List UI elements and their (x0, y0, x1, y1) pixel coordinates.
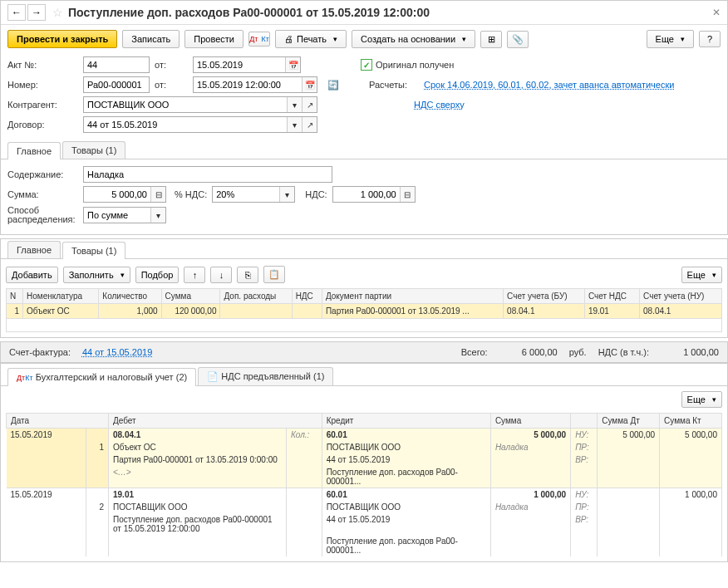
col-qty[interactable]: Количество (99, 289, 161, 304)
move-up-icon-button[interactable]: ↑ (184, 267, 205, 283)
tab-main-2[interactable]: Главное (7, 241, 61, 258)
calc-icon[interactable]: ⊟ (400, 187, 415, 202)
col-sum[interactable]: Сумма (490, 414, 570, 429)
open-icon[interactable]: ↗ (302, 97, 317, 112)
counterparty-label: Контрагент: (7, 100, 78, 110)
copy-icon-button[interactable]: ⎘ (237, 267, 258, 283)
col-debit[interactable]: Дебет (108, 414, 322, 429)
back-button[interactable]: ← (7, 4, 26, 21)
col-sum-kt[interactable]: Сумма Кт (660, 414, 722, 429)
col-credit[interactable]: Кредит (322, 414, 490, 429)
checkmark-icon: ✓ (361, 59, 372, 71)
acc-more-button[interactable]: Еще (681, 391, 722, 408)
document-header-section: ← → ☆ Поступление доп. расходов Ра00-000… (0, 0, 728, 235)
accounting-tabs: ДтКт Бухгалтерский и налоговый учет (2) … (1, 364, 727, 386)
create-based-button[interactable]: Создать на основании (352, 30, 475, 48)
settlements-label: Расчеты: (369, 80, 419, 90)
total-label: Всего: (461, 347, 488, 357)
calc-icon[interactable]: ⊟ (150, 187, 165, 202)
goods-table: N Номенклатура Количество Сумма Доп. рас… (6, 288, 722, 332)
counterparty-input[interactable]: ▾↗ (83, 96, 317, 113)
total-vat-label: НДС (в т.ч.): (598, 347, 649, 357)
acc-row[interactable]: 15.05.2019 19.01 60.01 1 000,00 НУ: 1 00… (7, 488, 722, 502)
goods-row[interactable]: 1 Объект ОС 1,000 120 000,00 Партия Ра00… (7, 304, 722, 319)
vat-pct-label: % НДС: (175, 189, 207, 199)
move-down-icon-button[interactable]: ↓ (210, 267, 232, 283)
akt-no-input[interactable] (83, 56, 150, 73)
col-acc-bu[interactable]: Счет учета (БУ) (504, 289, 585, 304)
dtkt-icon-button[interactable]: ДтКт (248, 32, 270, 47)
col-date[interactable]: Дата (7, 414, 109, 429)
post-and-close-button[interactable]: Провести и закрыть (7, 30, 117, 48)
col-sum[interactable]: Сумма (161, 289, 220, 304)
dropdown-icon[interactable]: ▾ (287, 97, 302, 112)
calendar-icon[interactable]: 📅 (285, 57, 300, 72)
more-button[interactable]: Еще (647, 30, 694, 48)
vat-label: НДС: (305, 189, 327, 199)
tab-vat-presented[interactable]: 📄 НДС предъявленный (1) (198, 367, 333, 385)
tab-goods-2[interactable]: Товары (1) (62, 242, 125, 259)
col-doc[interactable]: Документ партии (322, 289, 503, 304)
select-button[interactable]: Подбор (135, 267, 180, 283)
content-input[interactable] (83, 166, 332, 183)
acc-row[interactable]: Поступление доп. расходов Ра00-000001 от… (7, 513, 722, 535)
acc-row[interactable]: Поступление доп. расходов Ра00-000001... (7, 535, 722, 556)
invoice-link[interactable]: 44 от 15.05.2019 (82, 347, 152, 357)
post-button[interactable]: Провести (184, 30, 243, 48)
dropdown-icon[interactable]: ▾ (279, 187, 294, 202)
number-input[interactable] (83, 76, 150, 93)
close-icon[interactable]: ✕ (712, 7, 721, 18)
open-icon[interactable]: ↗ (302, 117, 317, 132)
tab-accounting[interactable]: ДтКт Бухгалтерский и налоговый учет (2) (7, 368, 196, 386)
dropdown-icon[interactable]: ▾ (150, 208, 165, 223)
sum-input[interactable]: ⊟ (83, 186, 166, 203)
tab-goods[interactable]: Товары (1) (62, 141, 125, 159)
favorite-star-icon[interactable]: ☆ (52, 6, 63, 19)
akt-from-label: от: (155, 60, 188, 70)
vat-mode-link[interactable]: НДС сверху (414, 100, 465, 110)
acc-row[interactable]: <…> Поступление доп. расходов Ра00-00000… (7, 466, 722, 488)
acc-row[interactable]: Партия Ра00-000001 от 13.05.2019 0:00:00… (7, 453, 722, 466)
invoice-label: Счет-фактура: (9, 347, 71, 357)
col-n[interactable]: N (7, 289, 23, 304)
original-received-check[interactable]: ✓ Оригинал получен (361, 59, 454, 71)
paste-icon-button[interactable]: 📋 (263, 266, 285, 283)
upper-tabs: Главное Товары (1) (1, 140, 727, 159)
akt-date-input[interactable]: 📅 (193, 56, 301, 73)
struct-icon-button[interactable]: ⊞ (480, 31, 502, 48)
lower-tabs: Главное Товары (1) (1, 239, 727, 259)
tab-main[interactable]: Главное (7, 142, 61, 159)
number-from-label: от: (155, 80, 188, 90)
main-tab-content: Содержание: Сумма: ⊟ % НДС: ▾ НДС: ⊟ Спо… (1, 159, 727, 234)
fill-button[interactable]: Заполнить (63, 267, 130, 283)
sum-label: Сумма: (7, 189, 78, 199)
number-date-input[interactable]: 📅 (193, 76, 317, 93)
col-addexp[interactable]: Доп. расходы (220, 289, 292, 304)
contract-input[interactable]: ▾↗ (83, 116, 317, 133)
add-button[interactable]: Добавить (6, 267, 58, 283)
acc-row[interactable]: 15.05.2019 08.04.1Кол.: 60.01 5 000,00 Н… (7, 429, 722, 442)
col-acc-vat[interactable]: Счет НДС (584, 289, 639, 304)
col-sum-dt[interactable]: Сумма Дт (598, 414, 660, 429)
help-button[interactable]: ? (699, 31, 721, 47)
dropdown-icon[interactable]: ▾ (287, 117, 302, 132)
goods-more-button[interactable]: Еще (681, 267, 722, 283)
calendar-icon[interactable]: 📅 (302, 77, 317, 92)
col-vat[interactable]: НДС (292, 289, 322, 304)
refresh-icon-button[interactable]: 🔄 (322, 77, 344, 93)
distrib-select[interactable]: ▾ (83, 207, 166, 223)
accounting-table: Дата Дебет Кредит Сумма Сумма Дт Сумма К… (6, 413, 722, 556)
print-button[interactable]: 🖨 Печать (275, 30, 347, 48)
total-vat-value: 1 000,00 (661, 347, 719, 357)
vat-pct-select[interactable]: ▾ (212, 186, 295, 203)
akt-no-label: Акт №: (7, 60, 78, 70)
settlements-link[interactable]: Срок 14.06.2019, 60.01, 60.02, зачет ава… (424, 80, 674, 90)
acc-row[interactable]: 1 Объект ОС ПОСТАВЩИК ООО Наладка ПР: (7, 441, 722, 453)
col-nom[interactable]: Номенклатура (23, 289, 99, 304)
write-button[interactable]: Записать (122, 30, 180, 48)
col-acc-nu[interactable]: Счет учета (НУ) (640, 289, 722, 304)
vat-input[interactable]: ⊟ (332, 186, 416, 203)
forward-button[interactable]: → (27, 4, 46, 21)
acc-row[interactable]: 2 ПОСТАВЩИК ООО ПОСТАВЩИК ООО Наладка ПР… (7, 501, 722, 513)
attach-icon-button[interactable]: 📎 (507, 31, 529, 48)
